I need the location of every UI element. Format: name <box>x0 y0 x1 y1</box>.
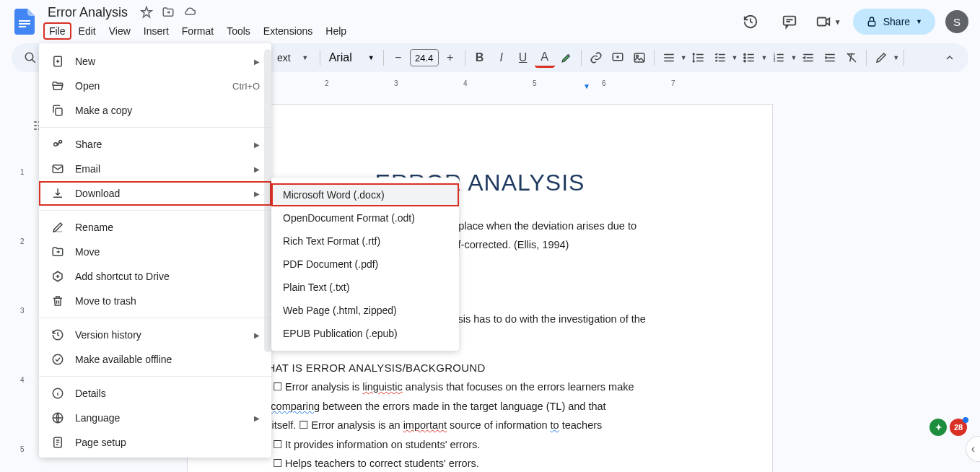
file-menu: New▶OpenCtrl+OMake a copyShare▶Email▶Dow… <box>39 43 271 458</box>
menu-item-make-available-offline[interactable]: Make available offline <box>39 347 271 372</box>
highlight-button[interactable] <box>556 48 577 68</box>
menu-label: Version history <box>75 329 244 341</box>
search-icon[interactable] <box>20 48 40 68</box>
bullet-item: ☐ Helps teachers to correct students' er… <box>257 455 703 471</box>
indent-decrease-button[interactable] <box>798 48 818 68</box>
increase-font-size[interactable]: + <box>440 48 460 68</box>
clear-format-button[interactable] <box>841 48 862 68</box>
menu-item-make-a-copy[interactable]: Make a copy <box>39 98 271 123</box>
menubar-file[interactable]: File <box>43 22 71 40</box>
menu-label: Share <box>75 139 244 150</box>
edit-mode-button[interactable] <box>871 48 891 68</box>
header: Error Analysis FileEditViewInsertFormatT… <box>0 0 980 43</box>
svg-point-18 <box>54 143 58 147</box>
menubar-edit[interactable]: Edit <box>73 22 102 40</box>
chevron-down-icon[interactable]: ▼ <box>681 54 687 61</box>
comment-button[interactable] <box>608 48 628 68</box>
link-button[interactable] <box>586 48 606 68</box>
menubar: FileEditViewInsertFormatToolsExtensionsH… <box>43 22 736 40</box>
menubar-format[interactable]: Format <box>176 22 219 40</box>
download-option[interactable]: Web Page (.html, zipped) <box>271 299 459 322</box>
language-icon <box>51 411 65 425</box>
svg-rect-1 <box>19 23 30 25</box>
side-panel-toggle[interactable]: ‹ <box>966 436 980 462</box>
chevron-down-icon[interactable]: ▼ <box>893 54 899 61</box>
download-option[interactable]: EPUB Publication (.epub) <box>271 322 459 345</box>
comments-icon[interactable] <box>775 7 804 36</box>
menu-item-move[interactable]: Move <box>39 240 271 264</box>
menubar-help[interactable]: Help <box>320 22 352 40</box>
menu-label: Download <box>75 188 244 199</box>
svg-rect-3 <box>783 17 795 25</box>
menubar-view[interactable]: View <box>103 22 136 40</box>
svg-point-12 <box>744 60 745 61</box>
font-select[interactable]: Arial ▼ <box>325 51 379 64</box>
menu-item-download[interactable]: Download▶ <box>39 181 271 206</box>
download-option[interactable]: Rich Text Format (.rtf) <box>271 230 459 253</box>
italic-button[interactable]: I <box>491 48 512 68</box>
move-folder-icon[interactable] <box>161 5 175 19</box>
collapse-toolbar-button[interactable] <box>940 48 960 68</box>
pagesetup-icon <box>51 435 65 450</box>
menu-item-version-history[interactable]: Version history▶ <box>39 323 271 347</box>
text-color-button[interactable]: A <box>535 48 555 68</box>
menu-item-details[interactable]: Details <box>39 381 271 406</box>
chevron-down-icon: ▼ <box>916 18 922 25</box>
bullet-item: ☐ It provides information on students' e… <box>257 437 703 453</box>
meet-button[interactable]: ▼ <box>814 7 843 36</box>
chevron-down-icon[interactable]: ▼ <box>732 54 738 61</box>
star-icon[interactable] <box>139 5 154 19</box>
checklist-button[interactable] <box>710 48 730 68</box>
document-title[interactable]: Error Analysis <box>43 4 132 22</box>
download-option[interactable]: PDF Document (.pdf) <box>271 253 459 276</box>
share-button[interactable]: Share ▼ <box>853 9 935 35</box>
download-option[interactable]: Plain Text (.txt) <box>271 276 459 299</box>
menu-item-move-to-trash[interactable]: Move to trash <box>39 289 271 313</box>
menubar-tools[interactable]: Tools <box>221 22 256 40</box>
vertical-ruler[interactable]: 12345 <box>10 105 33 466</box>
submenu-arrow-icon: ▶ <box>254 141 260 149</box>
menu-item-page-setup[interactable]: Page setup <box>39 430 271 455</box>
bold-button[interactable]: B <box>470 48 490 68</box>
font-size-input[interactable]: 24.4 <box>410 49 439 66</box>
menu-item-open[interactable]: OpenCtrl+O <box>39 74 271 98</box>
menu-label: New <box>75 56 244 67</box>
download-option[interactable]: Microsoft Word (.docx) <box>271 183 459 206</box>
details-icon <box>51 386 65 401</box>
menu-item-email[interactable]: Email▶ <box>39 157 271 181</box>
chevron-down-icon[interactable]: ▼ <box>790 54 797 61</box>
menu-item-share[interactable]: Share▶ <box>39 132 271 157</box>
share-label: Share <box>883 16 910 27</box>
cloud-status-icon[interactable] <box>183 5 197 19</box>
history-icon[interactable] <box>736 7 765 36</box>
underline-button[interactable]: U <box>513 48 533 68</box>
download-option[interactable]: OpenDocument Format (.odt) <box>271 206 459 230</box>
menubar-extensions[interactable]: Extensions <box>258 22 318 40</box>
menu-label: Language <box>75 412 244 424</box>
docs-logo[interactable] <box>12 9 38 35</box>
menu-item-add-shortcut-to-drive[interactable]: Add shortcut to Drive <box>39 264 271 289</box>
menu-item-print[interactable]: PrintCtrl+P <box>39 455 271 458</box>
chevron-down-icon[interactable]: ▼ <box>761 54 767 61</box>
avatar[interactable]: S <box>945 10 968 33</box>
ruler-right-indent[interactable]: ▼ <box>583 82 590 90</box>
explore-badges[interactable]: ✦ 28 <box>929 419 967 436</box>
menu-item-language[interactable]: Language▶ <box>39 406 271 430</box>
menu-label: Open <box>75 80 222 92</box>
image-button[interactable] <box>629 48 649 68</box>
menu-item-new[interactable]: New▶ <box>39 49 271 74</box>
menubar-insert[interactable]: Insert <box>138 22 175 40</box>
submenu-arrow-icon: ▶ <box>254 331 260 339</box>
menu-label: Make available offline <box>75 354 260 365</box>
decrease-font-size[interactable]: − <box>388 48 408 68</box>
trash-icon <box>51 294 65 308</box>
style-select[interactable]: ext <box>274 52 294 64</box>
menu-item-rename[interactable]: Rename <box>39 215 271 240</box>
offline-icon <box>51 352 65 367</box>
align-button[interactable] <box>659 48 679 68</box>
bullet-list-button[interactable] <box>739 48 759 68</box>
chevron-down-icon[interactable]: ▼ <box>295 48 315 68</box>
numbered-list-button[interactable]: 123 <box>769 48 789 68</box>
indent-increase-button[interactable] <box>820 48 840 68</box>
line-spacing-button[interactable] <box>688 48 709 68</box>
